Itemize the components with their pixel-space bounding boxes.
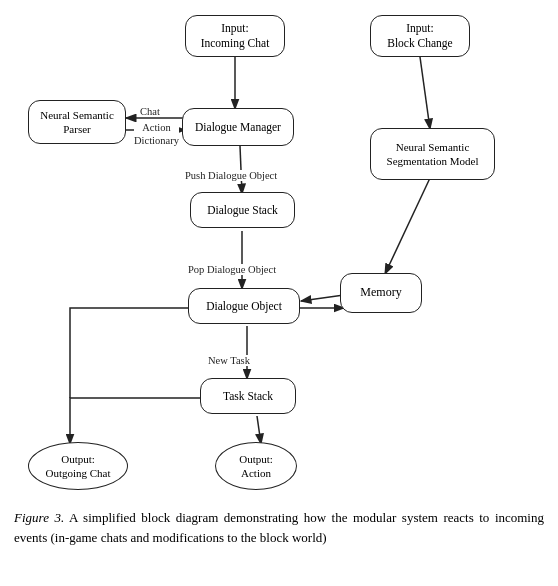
- input-block-change-box: Input:Block Change: [370, 15, 470, 57]
- task-stack-box: Task Stack: [200, 378, 296, 414]
- svg-line-3: [420, 57, 430, 129]
- svg-line-8: [385, 178, 430, 274]
- input-incoming-chat-box: Input:Incoming Chat: [185, 15, 285, 57]
- output-action-label: Output:Action: [239, 452, 273, 481]
- dialogue-manager-label: Dialogue Manager: [195, 120, 281, 135]
- dialogue-manager-box: Dialogue Manager: [182, 108, 294, 146]
- svg-line-9: [301, 295, 344, 301]
- new-task-label: New Task: [208, 355, 250, 366]
- output-outgoing-chat-label: Output:Outgoing Chat: [45, 452, 110, 481]
- memory-label: Memory: [360, 285, 401, 301]
- diagram: Input:Incoming Chat Input:Block Change N…: [10, 10, 548, 500]
- arrows-svg: [10, 10, 548, 500]
- neural-seg-model-label: Neural SemanticSegmentation Model: [387, 140, 479, 169]
- neural-semantic-parser-box: Neural SemanticParser: [28, 100, 126, 144]
- dialogue-stack-box: Dialogue Stack: [190, 192, 295, 228]
- svg-line-12: [257, 416, 261, 444]
- pop-dialogue-label: Pop Dialogue Object: [188, 264, 276, 275]
- input-incoming-chat-label: Input:Incoming Chat: [201, 21, 270, 51]
- dialogue-object-box: Dialogue Object: [188, 288, 300, 324]
- neural-semantic-parser-label: Neural SemanticParser: [40, 108, 114, 137]
- neural-seg-model-box: Neural SemanticSegmentation Model: [370, 128, 495, 180]
- push-dialogue-label: Push Dialogue Object: [185, 170, 277, 181]
- memory-box: Memory: [340, 273, 422, 313]
- dialogue-object-label: Dialogue Object: [206, 299, 282, 314]
- chat-label: Chat: [140, 106, 160, 117]
- input-block-change-label: Input:Block Change: [387, 21, 452, 51]
- output-action-box: Output:Action: [215, 442, 297, 490]
- action-dict-label: ActionDictionary: [134, 122, 179, 147]
- output-outgoing-chat-box: Output:Outgoing Chat: [28, 442, 128, 490]
- figure-number: Figure 3.: [14, 510, 64, 525]
- dialogue-stack-label: Dialogue Stack: [207, 203, 278, 218]
- figure-caption: Figure 3. A simplified block diagram dem…: [10, 508, 548, 547]
- caption-text: A simplified block diagram demonstrating…: [14, 510, 544, 545]
- task-stack-label: Task Stack: [223, 389, 273, 404]
